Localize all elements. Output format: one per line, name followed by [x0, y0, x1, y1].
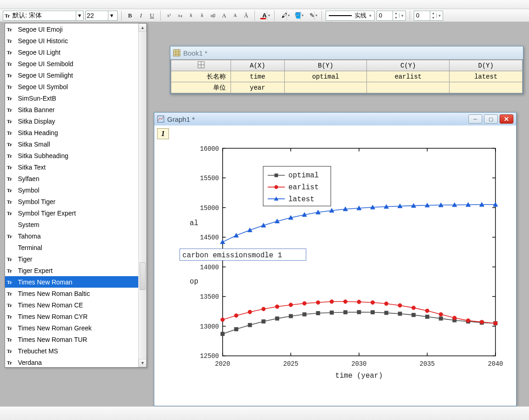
- font-list-item[interactable]: TrSegoe UI Semilight: [5, 69, 138, 81]
- line-width-input[interactable]: [377, 12, 393, 19]
- decrease-font-button[interactable]: A: [231, 11, 240, 20]
- bold-button[interactable]: B: [125, 11, 135, 20]
- font-list-item[interactable]: TrSitka Text: [5, 161, 138, 173]
- underline-button[interactable]: U: [147, 11, 157, 20]
- spin-down-icon[interactable]: ▼: [393, 16, 399, 20]
- cell[interactable]: [367, 82, 450, 93]
- font-list-item[interactable]: TrSegoe UI Historic: [5, 35, 138, 46]
- font-list-item[interactable]: TrTimes New Roman TUR: [5, 334, 138, 345]
- worksheet-grid[interactable]: A(X) B(Y) C(Y) D(Y) 长名称 time optimal ear…: [170, 59, 523, 94]
- italic-button[interactable]: I: [136, 11, 146, 20]
- minimize-button[interactable]: ─: [468, 114, 482, 124]
- scroll-down-icon[interactable]: ▼: [139, 359, 146, 367]
- font-list-item[interactable]: TrSitka Subheading: [5, 150, 138, 161]
- cell[interactable]: year: [231, 82, 285, 93]
- scrollbar[interactable]: ▲ ▼: [138, 23, 146, 367]
- font-list-item[interactable]: TrTimes New Roman Baltic: [5, 288, 138, 299]
- font-list-item[interactable]: System: [5, 219, 138, 230]
- close-button[interactable]: ✕: [500, 114, 513, 124]
- cell[interactable]: [450, 82, 523, 93]
- point-size-input[interactable]: [414, 12, 430, 19]
- font-list-item[interactable]: TrSymbol Tiger: [5, 196, 138, 207]
- font-list-item[interactable]: TrSymbol Tiger Expert: [5, 207, 138, 219]
- graph-titlebar[interactable]: Graph1 * ─ ▢ ✕: [154, 113, 516, 125]
- font-color-button[interactable]: A▾: [259, 11, 270, 20]
- row-label-units[interactable]: 单位: [171, 82, 231, 93]
- font-list-item[interactable]: TrSegoe UI Symbol: [5, 81, 138, 92]
- cell[interactable]: [284, 82, 367, 93]
- truetype-icon: Tr: [7, 314, 15, 319]
- svg-text:time (year): time (year): [335, 372, 383, 380]
- svg-rect-62: [357, 310, 361, 314]
- point-size-spinbox[interactable]: ▲▼ ▾: [414, 11, 443, 21]
- cell[interactable]: optimal: [284, 71, 367, 82]
- highlight-color-button[interactable]: 🖍▾: [278, 11, 290, 20]
- cell[interactable]: time: [231, 71, 285, 82]
- subscript-button[interactable]: x₂: [175, 11, 185, 20]
- row-label-longname[interactable]: 长名称: [171, 71, 231, 82]
- column-header[interactable]: D(Y): [450, 60, 523, 71]
- cell[interactable]: earlist: [367, 71, 450, 82]
- font-list-item[interactable]: Terminal: [5, 242, 138, 253]
- xhat-button[interactable]: x̂: [197, 11, 207, 20]
- column-header[interactable]: C(Y): [367, 60, 450, 71]
- truetype-icon: Tr: [7, 233, 15, 239]
- cell[interactable]: latest: [450, 71, 523, 82]
- font-name-input[interactable]: [11, 12, 76, 19]
- font-name-combobox[interactable]: Tr ▾: [3, 11, 84, 21]
- font-list-item[interactable]: TrVerdana: [5, 357, 138, 367]
- chevron-down-icon[interactable]: ▾: [436, 13, 443, 18]
- spin-up-icon[interactable]: ▲: [430, 11, 436, 16]
- book-titlebar[interactable]: Book1 *: [170, 46, 523, 59]
- font-list-item[interactable]: TrSitka Banner: [5, 104, 138, 115]
- font-name-dropdown-icon[interactable]: ▾: [76, 11, 83, 20]
- svg-text:latest: latest: [288, 195, 315, 204]
- scroll-up-icon[interactable]: ▲: [139, 23, 146, 32]
- font-list-item[interactable]: TrSegoe UI Light: [5, 46, 138, 58]
- scroll-thumb[interactable]: [140, 262, 146, 290]
- font-list-item[interactable]: TrSylfaen: [5, 173, 138, 184]
- fill-color-button[interactable]: 🪣▾: [292, 11, 304, 20]
- font-size-dropdown-icon[interactable]: ▾: [108, 11, 115, 20]
- svg-text:2020: 2020: [215, 361, 230, 368]
- font-list-item[interactable]: TrSitka Display: [5, 115, 138, 127]
- maximize-button[interactable]: ▢: [484, 114, 498, 124]
- line-width-spinbox[interactable]: ▲▼ ▾: [377, 11, 406, 21]
- font-list-item[interactable]: TrSimSun-ExtB: [5, 92, 138, 104]
- spin-down-icon[interactable]: ▼: [430, 16, 436, 20]
- font-list-item[interactable]: TrSitka Small: [5, 138, 138, 150]
- increase-font-button[interactable]: A: [219, 11, 229, 20]
- font-list-item[interactable]: TrSegoe UI Semibold: [5, 58, 138, 69]
- font-size-input[interactable]: [86, 12, 108, 19]
- column-header[interactable]: B(Y): [284, 60, 367, 71]
- font-list-item[interactable]: TrTimes New Roman: [5, 276, 138, 288]
- corner-cell[interactable]: [171, 60, 231, 71]
- font-list-item[interactable]: TrSitka Heading: [5, 127, 138, 138]
- plot-area[interactable]: 1250013000135001400014500150001550016000…: [177, 139, 507, 392]
- spin-up-icon[interactable]: ▲: [393, 11, 399, 16]
- font-list-item[interactable]: TrTiger Expert: [5, 265, 138, 276]
- svg-point-82: [343, 300, 347, 303]
- svg-marker-94: [220, 240, 225, 244]
- font-list-item[interactable]: TrTrebuchet MS: [5, 345, 138, 357]
- chevron-down-icon[interactable]: ▾: [399, 13, 405, 18]
- layer-indicator[interactable]: 1: [157, 128, 169, 139]
- font-list-item[interactable]: TrSegoe UI Emoji: [5, 23, 138, 35]
- truetype-icon: Tr: [7, 199, 15, 204]
- font-list-item[interactable]: TrSymbol: [5, 184, 138, 196]
- line-color-button[interactable]: ✎▾: [306, 11, 318, 20]
- superscript-button[interactable]: x²: [164, 11, 174, 20]
- column-header[interactable]: A(X): [231, 60, 285, 71]
- font-list-item[interactable]: TrTimes New Roman Greek: [5, 322, 138, 334]
- font-list-item[interactable]: TrTiger: [5, 253, 138, 265]
- line-style-combobox[interactable]: 实线 ▾: [326, 11, 375, 21]
- greek-button[interactable]: αβ: [208, 11, 218, 20]
- font-dropdown-list[interactable]: TrSegoe UI EmojiTrSegoe UI HistoricTrSeg…: [5, 23, 147, 368]
- font-list-item[interactable]: TrTahoma: [5, 230, 138, 242]
- angstrom-button[interactable]: Å: [242, 11, 251, 20]
- xbar-button[interactable]: x̄: [186, 11, 196, 20]
- font-list-item[interactable]: TrTimes New Roman CYR: [5, 311, 138, 322]
- font-list-item[interactable]: TrTimes New Roman CE: [5, 299, 138, 311]
- font-list-item-label: Times New Roman CE: [18, 301, 83, 309]
- font-size-combobox[interactable]: ▾: [85, 11, 118, 21]
